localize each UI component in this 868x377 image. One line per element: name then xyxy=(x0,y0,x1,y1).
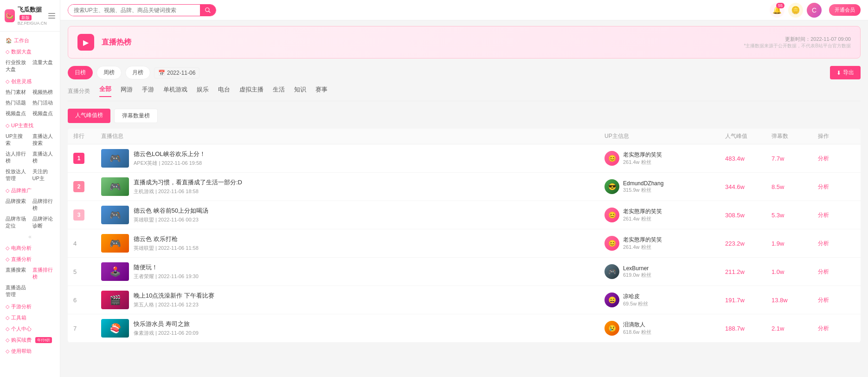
nav-video-hot[interactable]: 视频热榜 xyxy=(31,87,57,97)
stream-title: 德云色LOL峡谷欢乐上分！ xyxy=(134,150,206,158)
cat-knowledge[interactable]: 知识 xyxy=(294,85,306,97)
nav-item-personal[interactable]: ◇ 个人中心 xyxy=(0,323,60,334)
up-name: EdmundDZhang xyxy=(623,180,663,187)
nav-item-mobile-game[interactable]: ◇ 手游分析 xyxy=(0,300,60,312)
stream-text: 德云色 峡谷前50上分如喝汤 英雄联盟 | 2022-11-06 00:23 xyxy=(134,207,208,223)
nav-section: 🏠 工作台 ◇ 数据大盘 行业投放大盘 流量大盘 ◇ 创意灵感 热门素材 视频热… xyxy=(0,32,60,359)
stream-title: 德云色 峡谷前50上分如喝汤 xyxy=(134,207,208,215)
coin-button[interactable]: 🪙 xyxy=(788,3,803,18)
nav-item-workspace[interactable]: 🏠 工作台 xyxy=(0,34,60,46)
analyze-button[interactable]: 分析 xyxy=(818,268,855,276)
nav-video-board[interactable]: 视频盘点 xyxy=(31,109,57,118)
nav-hot-activity[interactable]: 热门活动 xyxy=(31,98,57,108)
hamburger-menu[interactable] xyxy=(48,13,55,19)
analyze-button[interactable]: 分析 xyxy=(818,155,855,162)
nav-brand-market[interactable]: 品牌市场定位 xyxy=(4,214,30,231)
megaphone-icon: ◇ xyxy=(6,188,9,194)
collapse-button[interactable]: « xyxy=(0,232,60,242)
nav-item-live[interactable]: ◇ 直播分析 xyxy=(0,253,60,264)
cat-esports[interactable]: 赛事 xyxy=(315,85,328,97)
nav-followed-up[interactable]: 关注的UP主 xyxy=(31,167,57,183)
cat-mobile-game[interactable]: 手游 xyxy=(142,85,154,97)
analyze-button[interactable]: 分析 xyxy=(818,211,855,219)
nav-up-search[interactable]: UP主搜索 xyxy=(4,131,30,148)
nav-brand-review[interactable]: 品牌评论诊断 xyxy=(31,214,57,231)
filter-bar: 日榜 周榜 月榜 📅 2022-11-06 ⬇ 导出 xyxy=(68,66,861,79)
tab-daily[interactable]: 日榜 xyxy=(68,66,93,79)
tab-monthly[interactable]: 月榜 xyxy=(125,66,150,79)
nav-item-up-search[interactable]: ◇ UP主查找 xyxy=(0,119,60,130)
nav-brand-search[interactable]: 品牌搜索 xyxy=(4,196,30,213)
nav-item-toolbox[interactable]: ◇ 工具箱 xyxy=(0,312,60,323)
export-button[interactable]: ⬇ 导出 xyxy=(830,66,861,79)
date-value: 2022-11-06 xyxy=(167,70,195,76)
nav-live-product-mgmt[interactable]: 直播选品管理 xyxy=(4,283,30,299)
notification-button[interactable]: 🔔 55 xyxy=(770,3,784,18)
stream-thumbnail: 🎮 xyxy=(101,234,129,253)
nav-item-brand[interactable]: ◇ 品牌推广 xyxy=(0,184,60,195)
stream-meta: APEX英雄 | 2022-11-06 19:58 xyxy=(134,160,206,167)
nav-hot-topic[interactable]: 热门话题 xyxy=(4,98,30,108)
stream-thumbnail: 🎮 xyxy=(101,177,129,196)
analyze-button[interactable]: 分析 xyxy=(818,240,855,247)
stream-meta: 像素游戏 | 2022-11-06 20:09 xyxy=(134,330,199,337)
analyze-button[interactable]: 分析 xyxy=(818,296,855,304)
table-row: 3 🎮 德云色 峡谷前50上分如喝汤 英雄联盟 | 2022-11-06 00:… xyxy=(68,201,861,229)
nav-item-purchase[interactable]: ◇ 购买续费 年付6折 xyxy=(0,334,60,345)
nav-hot-material[interactable]: 热门素材 xyxy=(4,87,30,97)
peak-value: 308.5w xyxy=(725,212,772,219)
nav-live-rank[interactable]: 直播达人榜 xyxy=(31,149,57,166)
stream-meta: 王者荣耀 | 2022-11-06 19:30 xyxy=(134,273,199,280)
table-header: 排行 直播信息 UP主信息 人气峰值 弹幕数 操作 xyxy=(68,129,861,144)
nav-industry-board[interactable]: 行业投放大盘 xyxy=(4,58,30,74)
stream-info-cell: 🎮 德云色 峡谷前50上分如喝汤 英雄联盟 | 2022-11-06 00:23 xyxy=(101,206,604,224)
analyze-button[interactable]: 分析 xyxy=(818,183,855,191)
cat-radio[interactable]: 电台 xyxy=(218,85,230,97)
nav-item-ecommerce[interactable]: ◇ 电商分析 xyxy=(0,242,60,253)
rank-tab-bullet[interactable]: 弹幕数量榜 xyxy=(114,109,158,123)
rank-tab-peak[interactable]: 人气峰值榜 xyxy=(68,109,110,123)
nav-live-search-item[interactable]: 直播搜索 xyxy=(4,265,30,282)
search-input[interactable] xyxy=(68,5,200,16)
logo-icon: 🍉 xyxy=(5,9,15,22)
peak-value: 483.4w xyxy=(725,155,772,162)
analyze-button[interactable]: 分析 xyxy=(818,325,855,332)
cat-life[interactable]: 生活 xyxy=(273,85,285,97)
top-header: 🔔 55 🪙 C 开通会员 xyxy=(60,0,868,20)
brand-subnav: 品牌搜索 品牌排行榜 品牌市场定位 品牌评论诊断 xyxy=(0,195,60,232)
cat-all[interactable]: 全部 xyxy=(99,85,111,97)
cat-virtual[interactable]: 虚拟主播 xyxy=(239,85,264,97)
nav-brand-rank[interactable]: 品牌排行榜 xyxy=(31,196,57,213)
tab-weekly[interactable]: 周榜 xyxy=(96,66,122,79)
cat-pc-game[interactable]: 单机游戏 xyxy=(163,85,187,97)
table-row: 2 🎮 直播成为习惯，看直播成了生活一部分:D 主机游戏 | 2022-11-0… xyxy=(68,173,861,201)
nav-placement-mgmt[interactable]: 投放达人管理 xyxy=(4,167,30,183)
nav-video-review[interactable]: 视频盘点 xyxy=(4,109,30,118)
cat-online-game[interactable]: 网游 xyxy=(121,85,133,97)
up-text: 泪滴散人 618.6w 粉丝 xyxy=(623,321,651,336)
rank-cell: 7 xyxy=(73,325,101,332)
date-picker[interactable]: 📅 2022-11-06 xyxy=(154,67,199,78)
lightbulb-icon: ◇ xyxy=(6,78,9,84)
nav-traffic-board[interactable]: 流量大盘 xyxy=(31,58,57,74)
nav-item-help[interactable]: ◇ 使用帮助 xyxy=(0,345,60,356)
stream-text: 直播成为习惯，看直播成了生活一部分:D 主机游戏 | 2022-11-06 18… xyxy=(134,178,242,195)
sidebar: 🍉 飞瓜数据 新版 BZ.FEIGUA.CN 🏠 工作台 ◇ 数据大盘 行业投放… xyxy=(0,0,60,377)
nav-item-data-board[interactable]: ◇ 数据大盘 xyxy=(0,46,60,57)
search-button[interactable] xyxy=(200,5,216,16)
nav-up-rank[interactable]: 达人排行榜 xyxy=(4,149,30,166)
nav-live-search[interactable]: 直播达人搜索 xyxy=(31,131,57,148)
user-avatar-button[interactable]: C xyxy=(807,3,822,18)
stream-title: 直播成为习惯，看直播成了生活一部分:D xyxy=(134,178,242,187)
rank-cell: 6 xyxy=(73,297,101,304)
nav-live-rank-item[interactable]: 直播排行榜 xyxy=(31,265,57,282)
up-fans: 261.4w 粉丝 xyxy=(623,244,662,251)
rank-cell: 2 xyxy=(73,181,101,192)
vip-button[interactable]: 开通会员 xyxy=(829,4,861,16)
cat-entertainment[interactable]: 娱乐 xyxy=(197,85,209,97)
bullet-value: 8.5w xyxy=(772,183,818,190)
nav-item-creative[interactable]: ◇ 创意灵感 xyxy=(0,75,60,86)
up-avatar: 😊 xyxy=(604,151,619,166)
up-avatar: 😄 xyxy=(604,292,619,307)
content-area: ▶ 直播热榜 更新时间：2022-11-07 09:00 *主播数据来源于公开数… xyxy=(60,20,868,377)
